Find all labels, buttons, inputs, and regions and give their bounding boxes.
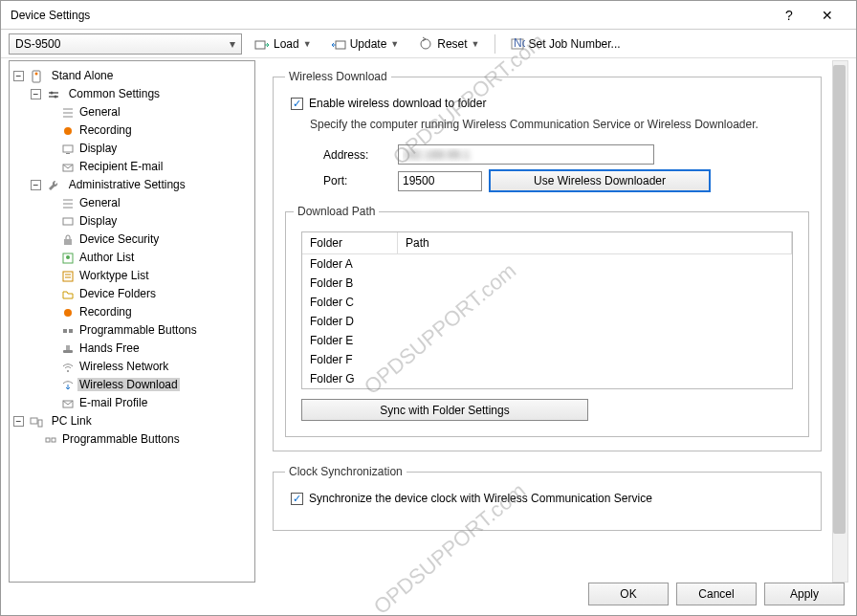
table-row[interactable]: Folder F <box>302 350 792 369</box>
tree-admin-folders[interactable]: Device Folders <box>77 287 158 300</box>
close-button[interactable]: ✕ <box>808 8 846 23</box>
svg-point-20 <box>64 309 72 317</box>
tree-admin-handsfree[interactable]: Hands Free <box>77 341 142 355</box>
window-title: Device Settings <box>11 9 770 22</box>
scrollbar-thumb[interactable] <box>833 65 846 534</box>
path-cell <box>398 331 792 350</box>
tree-pclink-progbtn[interactable]: Programmable Buttons <box>60 432 182 446</box>
use-wireless-downloader-button[interactable]: Use Wireless Downloader <box>490 170 710 191</box>
table-row[interactable]: Folder D <box>302 312 792 331</box>
expand-toggle[interactable]: − <box>31 89 41 99</box>
svg-rect-15 <box>63 218 73 225</box>
svg-rect-21 <box>63 329 67 333</box>
wifi-download-icon <box>60 378 76 393</box>
tree-common-general[interactable]: General <box>77 105 122 119</box>
toolbar-separator <box>494 34 495 54</box>
svg-point-6 <box>35 72 38 75</box>
tree-standalone[interactable]: Stand Alone <box>50 69 116 82</box>
svg-point-25 <box>67 370 69 372</box>
download-path-legend: Download Path <box>294 205 379 218</box>
dialog-buttons: OK Cancel Apply <box>588 583 845 605</box>
cancel-button[interactable]: Cancel <box>676 583 757 605</box>
tree-admin-recording[interactable]: Recording <box>77 305 134 319</box>
expand-toggle[interactable]: − <box>13 71 24 81</box>
wireless-download-legend: Wireless Download <box>285 70 391 83</box>
folder-cell: Folder B <box>302 274 398 293</box>
handsfree-icon <box>60 341 76 357</box>
tree-admin-wnet[interactable]: Wireless Network <box>77 360 170 373</box>
tree-common-display[interactable]: Display <box>77 142 119 155</box>
ok-button[interactable]: OK <box>588 583 669 605</box>
table-row[interactable]: Folder C <box>302 293 792 312</box>
help-button[interactable]: ? <box>770 8 808 23</box>
address-input[interactable] <box>398 144 654 165</box>
load-button[interactable]: Load▼ <box>248 33 319 55</box>
svg-rect-16 <box>64 239 72 245</box>
tree-admin-general[interactable]: General <box>77 196 122 209</box>
main-area: − Stand Alone − Common Settings General … <box>1 58 856 584</box>
tree-admin-author[interactable]: Author List <box>77 251 136 264</box>
display-icon <box>60 142 76 157</box>
tree-admin-settings[interactable]: Administrative Settings <box>67 178 187 191</box>
tree-common-recording[interactable]: Recording <box>77 123 134 137</box>
author-icon <box>60 251 76 266</box>
expand-toggle[interactable]: − <box>13 416 24 427</box>
tree-admin-eprofile[interactable]: E-mail Profile <box>77 396 149 409</box>
tree-pane: − Stand Alone − Common Settings General … <box>9 60 255 583</box>
wifi-icon <box>60 360 76 375</box>
load-icon <box>254 36 270 52</box>
update-button[interactable]: Update▼ <box>324 33 407 55</box>
scrollbar[interactable] <box>832 60 848 583</box>
tree-admin-security[interactable]: Device Security <box>77 232 161 246</box>
lock-icon <box>60 232 76 248</box>
path-cell <box>398 369 792 388</box>
email-icon <box>60 160 76 175</box>
reset-button[interactable]: Reset▼ <box>411 33 486 55</box>
apply-button[interactable]: Apply <box>764 583 845 605</box>
wrench-icon <box>46 178 61 193</box>
sync-folder-settings-button[interactable]: Sync with Folder Settings <box>301 399 588 421</box>
svg-rect-0 <box>255 41 265 49</box>
path-cell <box>398 274 792 293</box>
enable-wireless-label: Enable wireless download to folder <box>309 97 486 110</box>
svg-rect-1 <box>336 41 345 49</box>
tree-admin-progbtn[interactable]: Programmable Buttons <box>77 323 199 337</box>
expand-toggle[interactable]: − <box>31 180 41 190</box>
table-row[interactable]: Folder G <box>302 369 792 388</box>
buttons-icon <box>60 323 76 339</box>
folder-icon <box>60 287 76 302</box>
svg-point-9 <box>51 91 54 94</box>
port-label: Port: <box>323 174 390 187</box>
tree-common-email[interactable]: Recipient E-mail <box>77 160 165 173</box>
tree-pclink[interactable]: PC Link <box>50 414 94 428</box>
device-select-value: DS-9500 <box>15 37 60 51</box>
job-number-icon: No <box>510 36 525 52</box>
folder-cell: Folder C <box>302 293 398 312</box>
tree-admin-display[interactable]: Display <box>77 214 119 228</box>
svg-rect-12 <box>63 145 73 152</box>
tree-admin-worktype[interactable]: Worktype List <box>77 269 150 282</box>
record-icon <box>60 123 76 139</box>
set-job-number-button[interactable]: No Set Job Number... <box>503 33 627 55</box>
settings-tree: − Stand Alone − Common Settings General … <box>11 67 253 449</box>
enable-wireless-checkbox[interactable]: ✓ <box>291 98 303 110</box>
toolbar: DS-9500 Load▼ Update▼ Reset▼ No Set Job … <box>1 30 856 58</box>
folder-cell: Folder A <box>302 254 398 274</box>
svg-rect-27 <box>31 418 37 424</box>
col-path-header: Path <box>398 232 792 253</box>
tree-common-settings[interactable]: Common Settings <box>67 87 162 100</box>
port-input[interactable] <box>398 171 482 191</box>
svg-rect-29 <box>46 438 50 442</box>
svg-rect-28 <box>38 420 42 427</box>
table-row[interactable]: Folder A <box>302 254 792 274</box>
worktype-icon <box>60 269 76 284</box>
path-cell <box>398 350 792 369</box>
table-row[interactable]: Folder E <box>302 331 792 350</box>
tree-admin-wdown[interactable]: Wireless Download <box>77 378 180 391</box>
device-select[interactable]: DS-9500 <box>9 33 242 55</box>
table-row[interactable]: Folder B <box>302 274 792 293</box>
folder-cell: Folder E <box>302 331 398 350</box>
download-path-table[interactable]: Folder Path Folder AFolder BFolder CFold… <box>301 231 793 389</box>
clock-sync-checkbox[interactable]: ✓ <box>291 493 303 505</box>
svg-rect-23 <box>63 350 73 353</box>
